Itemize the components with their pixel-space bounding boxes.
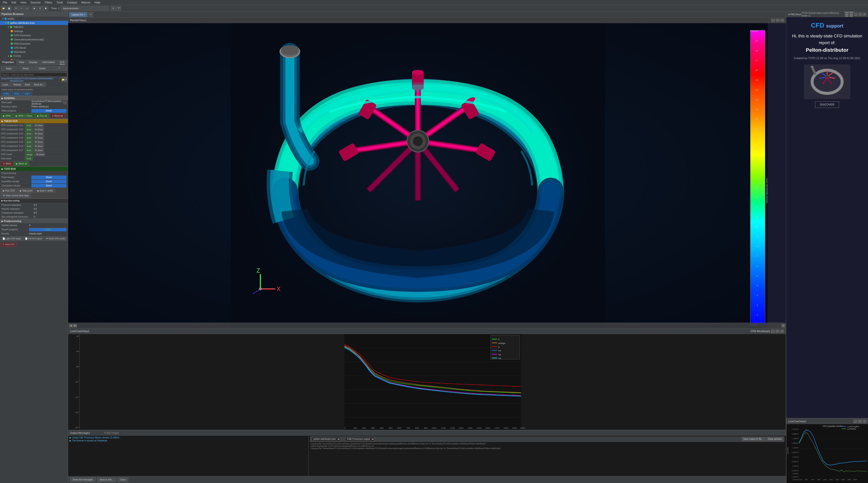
html-min-btn[interactable]: _ xyxy=(854,13,858,16)
cfd-co6-build-btn[interactable]: Build xyxy=(25,144,33,148)
save-to-file-btn[interactable]: Save to File... xyxy=(97,478,116,482)
render-close-btn[interactable]: × xyxy=(780,19,784,22)
cfd-co7-build-btn[interactable]: Build xyxy=(25,149,33,152)
viewport-area[interactable]: RenderView1 _ □ × xyxy=(68,18,786,328)
abort-btn[interactable]: ✕ Abort xyxy=(1,161,13,165)
add-layout-btn[interactable]: + xyxy=(89,12,93,17)
mesh-all-btn[interactable]: ▶ Mesh all xyxy=(14,161,29,165)
setup-file-icon-btn[interactable]: 📁 xyxy=(61,78,65,82)
cfd-co6-show-btn[interactable]: 👁 Show xyxy=(34,144,44,148)
write-btn[interactable]: ▶ Write xyxy=(1,114,13,118)
menu-catalyst[interactable]: Catalyst xyxy=(65,0,79,5)
tab-view[interactable]: View xyxy=(17,60,27,65)
cfd-mesh-show-btn[interactable]: 👁 Show xyxy=(35,153,45,156)
load-btn[interactable]: Load... xyxy=(1,83,11,87)
save-as-btn[interactable]: Save As... xyxy=(32,83,46,87)
cfd-mesh-build-btn[interactable]: Merge xyxy=(25,153,34,156)
pipeline-item-tmesh1[interactable]: ▼ TMESH1 xyxy=(0,25,68,29)
cfd-model-viewport[interactable]: X Z 3.0e+01 29 28 27 xyxy=(68,23,768,328)
residuals-close-btn[interactable]: × xyxy=(780,330,784,333)
save-btn[interactable]: Save xyxy=(23,83,32,87)
cfd-co3-show-btn[interactable]: 👁 Show xyxy=(34,132,44,135)
clear-window-btn[interactable]: Clear window xyxy=(766,437,783,441)
cfd-co2-show-btn[interactable]: 👁 Show xyxy=(34,128,44,131)
save-pdf-btn[interactable]: Save as PDF xyxy=(845,13,848,16)
pipeline-item-cfdgeo[interactable]: CFD Geometry xyxy=(0,33,68,37)
show-full-messages-btn[interactable]: Show full messages xyxy=(70,478,96,482)
redo-btn[interactable]: ↪ xyxy=(25,6,30,11)
setup-file-refresh-btn[interactable]: ↺ xyxy=(65,78,67,82)
play-btn[interactable]: ▶ xyxy=(32,6,37,11)
full-cfd-report-btn[interactable]: 📄 Full CFD report xyxy=(23,237,44,241)
clear-btn[interactable]: Clear xyxy=(118,478,128,482)
viewport-nav-btn2[interactable]: ▶ xyxy=(73,324,77,327)
menu-help[interactable]: Help xyxy=(93,0,102,5)
menu-filters[interactable]: Filters xyxy=(43,0,54,5)
tcae-file-select[interactable]: pelton-distributor.tcae xyxy=(312,437,341,441)
pipeline-item-surfnormals[interactable]: GenerateSurfaceNormals2 xyxy=(0,37,68,41)
menu-macros[interactable]: Macros xyxy=(80,0,92,5)
search-input[interactable] xyxy=(1,72,67,77)
tab-information[interactable]: Information xyxy=(40,60,58,65)
cfd-co5-build-btn[interactable]: Build xyxy=(25,140,33,144)
pipeline-item-cfdmesh[interactable]: CFD Mesh xyxy=(0,46,68,50)
interact-btn[interactable]: 🖱 xyxy=(111,6,116,11)
output-msg-1[interactable]: ▶ Using CAE Processor library version 21… xyxy=(69,436,307,439)
camera-btn[interactable]: 📷 xyxy=(116,6,121,11)
module-topt-btn[interactable]: TOPT xyxy=(22,92,32,96)
reset-button[interactable]: Reset xyxy=(18,66,34,71)
run-all-btn[interactable]: ▶ Run all xyxy=(35,114,49,118)
abort-cfd-btn[interactable]: ✕ Abort CFD xyxy=(1,242,17,246)
apply-button[interactable]: Apply xyxy=(1,66,17,71)
menu-sources[interactable]: Sources xyxy=(29,0,42,5)
menu-view[interactable]: View xyxy=(19,0,28,5)
quit-btn[interactable]: ▶ Quit (+ write) xyxy=(35,188,56,193)
html-content-area[interactable]: CFD support Hi, this is steady-state CFD… xyxy=(786,17,868,418)
reload-btn[interactable]: Reload xyxy=(12,83,23,87)
cfd-co7-show-btn[interactable]: 👁 Show xyxy=(34,149,44,152)
write-clean-btn[interactable]: ▶ Write + Clean xyxy=(13,114,34,118)
lc-min-btn[interactable]: _ xyxy=(854,420,857,423)
undo-btn[interactable]: ↩ xyxy=(19,6,24,11)
html-close-btn[interactable]: × xyxy=(863,13,866,16)
menu-edit[interactable]: Edit xyxy=(9,0,18,5)
save-btn[interactable]: 💾 xyxy=(6,6,11,11)
work-path-browse-btn[interactable]: … xyxy=(63,101,66,104)
pipeline-item-feageo[interactable]: FEA Geometry xyxy=(0,41,68,46)
output-msg-2[interactable]: ▶ The license is issued as Perpetual xyxy=(69,439,307,442)
pipeline-item-feamesh[interactable]: FEA Mesh xyxy=(0,50,68,54)
fea-mesh-build-btn[interactable]: Build xyxy=(25,157,33,160)
residuals-min-btn[interactable]: _ xyxy=(771,330,775,333)
menu-file[interactable]: File xyxy=(1,0,9,5)
html-max-btn[interactable]: □ xyxy=(859,13,862,16)
open-btn[interactable]: 📂 xyxy=(1,6,6,11)
tcae-processor-select[interactable]: CAE Processor output xyxy=(345,437,375,441)
cfd-co4-build-btn[interactable]: Build xyxy=(25,136,33,140)
module-tfea-btn[interactable]: TFEA xyxy=(12,92,22,96)
cfd-co2-build-btn[interactable]: Build xyxy=(25,128,33,131)
module-tcfd-btn[interactable]: TCFD xyxy=(1,92,11,96)
open-pdf-btn[interactable]: Open as PDF xyxy=(849,13,853,16)
viewport-nav-btn[interactable]: ◀ xyxy=(69,324,73,327)
abort-all-btn[interactable]: ✕ Abort all xyxy=(50,114,65,118)
pipeline-item-tcfd1[interactable]: ▼ TCFD1 xyxy=(0,54,68,58)
save-output-btn[interactable]: Save output to file... xyxy=(742,437,765,441)
tab-properties[interactable]: Properties xyxy=(0,60,17,65)
cfd-co1-build-btn[interactable]: Build xyxy=(25,124,33,127)
render-min-btn[interactable]: _ xyxy=(771,19,775,22)
stop-btn[interactable]: ⏹ xyxy=(43,6,48,11)
tab-display[interactable]: Display xyxy=(27,60,40,65)
pipeline-item-settings2[interactable]: Settings xyxy=(0,58,68,60)
skip-point-btn[interactable]: ▶ Skip point xyxy=(18,188,35,193)
render-max-btn[interactable]: □ xyxy=(776,19,779,22)
reset-view-btn[interactable]: ⟳ xyxy=(13,6,19,11)
pipeline-item-builtin[interactable]: ▼ builtin: xyxy=(0,17,68,21)
light-cfd-report-btn[interactable]: 📄 Light CFD report xyxy=(1,237,23,241)
layout-tab-1[interactable]: Layout #1 × xyxy=(69,12,88,17)
view-current-btn[interactable]: 👁 View current time step xyxy=(1,193,31,198)
lc-close-btn[interactable]: × xyxy=(863,420,866,423)
residuals-max-btn[interactable]: □ xyxy=(776,330,779,333)
show-cfd-results-btn[interactable]: 👁 Show CFD results xyxy=(44,237,67,241)
cfd-co4-show-btn[interactable]: 👁 Show xyxy=(34,136,44,140)
discover-btn[interactable]: DISCOVER xyxy=(815,101,839,108)
